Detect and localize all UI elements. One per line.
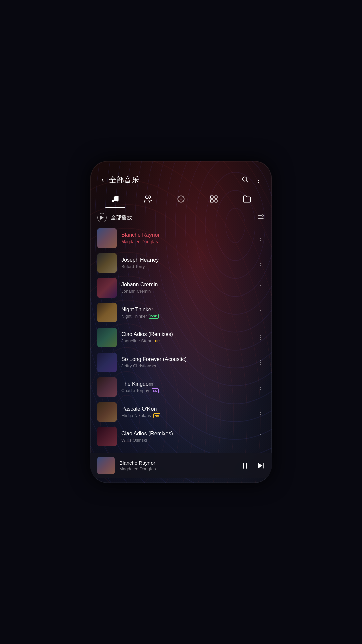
song-info: Pascale O'Kon Elisha Nikolaus HR <box>121 406 251 418</box>
song-artist: Elisha Nikolaus <box>121 413 151 418</box>
now-playing-thumbnail <box>97 457 115 474</box>
song-title: Johann Cremin <box>121 282 251 288</box>
quality-badge: SQ <box>152 388 159 393</box>
list-item[interactable]: Joseph Heaney Buford Terry ⋮ <box>90 251 272 275</box>
song-more-button[interactable]: ⋮ <box>256 356 265 369</box>
svg-rect-16 <box>246 463 247 468</box>
search-icon[interactable] <box>241 176 249 185</box>
play-all-label: 全部播放 <box>111 214 253 221</box>
song-list: Blanche Raynor Magdalen Douglas ⋮ Joseph… <box>90 226 272 453</box>
list-item[interactable]: Ciao Adios (Remixes) Jaqueline Stehr HR … <box>90 325 272 350</box>
more-menu-icon[interactable]: ⋮ <box>255 176 262 184</box>
song-artist: Charlie Torphy <box>121 388 149 393</box>
song-info: Ciao Adios (Remixes) Jaqueline Stehr HR <box>121 331 251 343</box>
back-button[interactable]: ‹ <box>100 174 105 186</box>
play-all-button[interactable] <box>97 213 107 222</box>
song-info: Joseph Heaney Buford Terry <box>121 257 251 269</box>
song-thumbnail <box>97 228 117 248</box>
song-thumbnail <box>97 402 117 422</box>
song-info: Ciao Adios (Remixes) Willis Osinski <box>121 431 251 443</box>
song-more-button[interactable]: ⋮ <box>256 430 265 443</box>
song-subtitle: Jeffry Christiansen <box>121 363 251 368</box>
now-playing-artist: Magdalen Douglas <box>119 466 236 471</box>
list-item[interactable]: Ciao Adios (Remixes) Willis Osinski ⋮ <box>90 424 272 449</box>
song-info: Johann Cremin Johann Cremin <box>121 282 251 294</box>
song-subtitle: Willis Osinski <box>121 438 251 443</box>
svg-point-4 <box>145 196 148 199</box>
pause-button[interactable] <box>241 461 249 470</box>
song-thumbnail <box>97 353 117 372</box>
svg-rect-10 <box>215 200 218 202</box>
list-item[interactable]: Johann Cremin Johann Cremin ⋮ <box>90 275 272 300</box>
song-thumbnail <box>97 278 117 298</box>
song-thumbnail <box>97 253 117 273</box>
now-playing-title: Blanche Raynor <box>119 460 236 466</box>
song-thumbnail <box>97 328 117 347</box>
sort-icon[interactable] <box>257 214 265 222</box>
tab-artists[interactable] <box>131 191 164 208</box>
song-info: The Kingdom Charlie Torphy SQ <box>121 381 251 393</box>
song-title: Blanche Raynor <box>121 232 251 238</box>
song-more-button[interactable]: ⋮ <box>256 281 265 294</box>
list-item[interactable]: Pascale O'Kon Elisha Nikolaus HR ⋮ <box>90 399 272 424</box>
song-more-button[interactable]: ⋮ <box>256 232 265 245</box>
song-thumbnail <box>97 377 117 397</box>
song-more-button[interactable]: ⋮ <box>256 381 265 393</box>
song-title: So Long Forever (Acoustic) <box>121 356 251 362</box>
song-more-button[interactable]: ⋮ <box>256 257 265 269</box>
now-playing-bar: Blanche Raynor Magdalen Douglas <box>90 453 272 478</box>
song-more-button[interactable]: ⋮ <box>256 331 265 344</box>
tab-playlists[interactable] <box>197 191 230 208</box>
next-button[interactable] <box>256 461 265 470</box>
quality-badge: HR <box>153 413 161 418</box>
song-subtitle: Jaqueline Stehr HR <box>121 338 251 343</box>
song-artist: Night Thinker <box>121 314 147 319</box>
song-subtitle: Elisha Nikolaus HR <box>121 413 251 418</box>
svg-point-6 <box>180 198 182 200</box>
song-artist: Jeffry Christiansen <box>121 363 157 368</box>
song-artist: Magdalen Douglas <box>121 239 158 244</box>
song-title: Ciao Adios (Remixes) <box>121 431 251 437</box>
song-title: Pascale O'Kon <box>121 406 251 412</box>
now-playing-info: Blanche Raynor Magdalen Douglas <box>119 460 236 471</box>
svg-rect-8 <box>215 196 218 198</box>
song-thumbnail <box>97 303 117 322</box>
quality-badge: HR <box>154 339 161 343</box>
tab-songs[interactable] <box>99 191 131 208</box>
song-artist: Willis Osinski <box>121 438 147 443</box>
song-subtitle: Night Thinker DSD <box>121 314 251 319</box>
song-title: Ciao Adios (Remixes) <box>121 331 251 337</box>
svg-rect-9 <box>211 200 214 202</box>
list-item[interactable]: Blanche Raynor Magdalen Douglas ⋮ <box>90 226 272 251</box>
svg-marker-11 <box>100 216 104 220</box>
song-subtitle: Charlie Torphy SQ <box>121 388 251 393</box>
header-icons: ⋮ <box>241 176 262 185</box>
song-subtitle: Buford Terry <box>121 264 251 269</box>
svg-point-2 <box>112 200 114 202</box>
list-item[interactable]: Night Thinker Night Thinker DSD ⋮ <box>90 300 272 325</box>
song-more-button[interactable]: ⋮ <box>256 306 265 319</box>
play-all-bar: 全部播放 <box>90 210 272 226</box>
song-subtitle: Magdalen Douglas <box>121 239 251 244</box>
header: ‹ 全部音乐 ⋮ <box>90 161 272 191</box>
svg-line-1 <box>246 181 248 182</box>
svg-marker-17 <box>258 463 262 468</box>
svg-point-0 <box>243 177 247 181</box>
list-item[interactable]: So Long Forever (Acoustic) Jeffry Christ… <box>90 350 272 375</box>
nav-tabs <box>90 191 272 208</box>
svg-point-3 <box>116 199 118 202</box>
svg-rect-7 <box>211 196 214 198</box>
tab-albums[interactable] <box>165 191 197 208</box>
song-title: Night Thinker <box>121 307 251 313</box>
svg-rect-18 <box>263 463 264 468</box>
page-title: 全部音乐 <box>109 175 237 185</box>
song-title: Joseph Heaney <box>121 257 251 263</box>
song-artist: Johann Cremin <box>121 289 151 294</box>
list-item[interactable]: The Kingdom Charlie Torphy SQ ⋮ <box>90 375 272 399</box>
song-more-button[interactable]: ⋮ <box>256 406 265 418</box>
song-thumbnail <box>97 427 117 446</box>
song-info: So Long Forever (Acoustic) Jeffry Christ… <box>121 356 251 368</box>
svg-rect-15 <box>243 463 244 468</box>
song-info: Blanche Raynor Magdalen Douglas <box>121 232 251 244</box>
tab-folders[interactable] <box>231 191 263 208</box>
